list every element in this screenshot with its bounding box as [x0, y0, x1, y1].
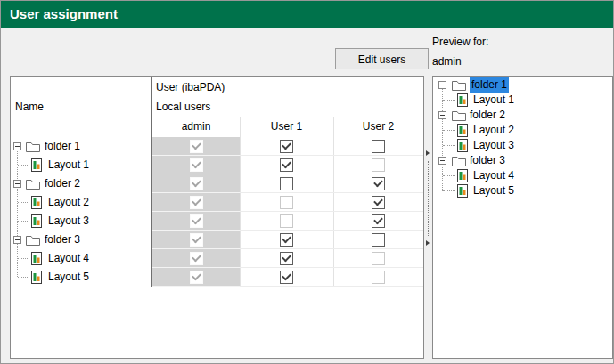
admin-checkbox	[190, 140, 203, 153]
panel-splitter[interactable]	[425, 76, 431, 359]
admin-checkbox	[190, 214, 203, 228]
table-row: Layout 4	[11, 249, 423, 268]
tree-item-label[interactable]: Layout 1	[48, 156, 89, 174]
user1-checkbox[interactable]	[280, 158, 293, 172]
tree-item-label[interactable]: folder 1	[470, 77, 509, 93]
layout-icon	[31, 158, 42, 172]
admin-cell	[152, 268, 240, 287]
user2-checkbox	[372, 158, 385, 172]
tree-item-label[interactable]: Layout 2	[473, 123, 514, 138]
tree-connector-line	[18, 277, 29, 278]
splitter-drag-handle[interactable]	[428, 161, 429, 236]
collapse-expander-icon[interactable]	[438, 157, 446, 165]
collapse-expander-icon[interactable]	[13, 180, 21, 188]
collapse-expander-icon[interactable]	[438, 81, 446, 89]
tree-connector-line	[18, 202, 29, 203]
tree-cell[interactable]: folder 1	[11, 137, 151, 156]
tree-row[interactable]: folder 3	[433, 153, 611, 168]
user2-cell[interactable]	[333, 193, 423, 212]
user1-cell	[240, 212, 333, 231]
tree-item-label[interactable]: Layout 1	[473, 93, 514, 108]
layout-icon	[31, 196, 42, 209]
tree-row[interactable]: folder 1	[433, 77, 611, 93]
tree-row[interactable]: Layout 5	[433, 183, 611, 198]
tree-item-label[interactable]: folder 2	[45, 174, 80, 193]
tree-cell[interactable]: Layout 2	[11, 193, 151, 212]
user2-cell[interactable]	[333, 137, 423, 156]
tree-row[interactable]: Layout 3	[433, 138, 611, 153]
tree-cell[interactable]: folder 3	[11, 231, 151, 249]
column-header-user2: User 2	[333, 119, 423, 133]
tree-item-label[interactable]: Layout 3	[473, 138, 514, 153]
user2-cell[interactable]	[333, 231, 423, 249]
tree-row[interactable]: Layout 1	[433, 93, 611, 108]
tree-item-label[interactable]: Layout 2	[48, 193, 89, 212]
user1-checkbox[interactable]	[280, 233, 293, 247]
tree-row[interactable]: Layout 4	[433, 168, 611, 183]
layout-icon	[457, 93, 468, 107]
user1-cell	[240, 193, 333, 212]
user2-checkbox[interactable]	[372, 177, 385, 190]
user1-checkbox[interactable]	[280, 271, 293, 284]
user1-cell[interactable]	[240, 174, 333, 193]
edit-users-button[interactable]: Edit users	[335, 48, 429, 69]
layout-icon	[457, 139, 468, 152]
tree-item-label[interactable]: Layout 4	[473, 168, 514, 183]
user2-cell[interactable]	[333, 174, 423, 193]
tree-cell[interactable]: Layout 3	[11, 212, 151, 231]
collapse-arrow-icon[interactable]	[426, 150, 430, 156]
column-header-user1: User 1	[240, 119, 333, 133]
folder-icon	[452, 109, 466, 121]
tree-item-label[interactable]: folder 3	[45, 231, 80, 249]
column-header-admin: admin	[152, 119, 240, 133]
user1-checkbox[interactable]	[280, 140, 293, 153]
user2-cell[interactable]	[333, 212, 423, 231]
grid-rows: folder 1 Layout 1	[11, 137, 423, 287]
tree-item-label[interactable]: folder 2	[470, 108, 505, 123]
tree-cell[interactable]: Layout 4	[11, 249, 151, 268]
collapse-arrow-icon[interactable]	[426, 240, 430, 246]
folder-icon	[26, 178, 40, 190]
collapse-expander-icon[interactable]	[438, 111, 446, 119]
folder-icon	[452, 155, 466, 166]
name-column-header: Name	[15, 101, 44, 113]
user2-checkbox[interactable]	[372, 196, 385, 209]
collapse-expander-icon[interactable]	[13, 142, 21, 150]
tree-connector-line	[18, 221, 29, 222]
admin-cell	[152, 193, 240, 212]
user2-checkbox[interactable]	[372, 214, 385, 228]
admin-cell	[152, 174, 240, 193]
subgroup-header: Local users	[156, 101, 210, 113]
tree-item-label[interactable]: Layout 5	[473, 183, 514, 198]
layout-icon	[457, 169, 468, 182]
user2-cell	[333, 249, 423, 268]
user1-checkbox[interactable]	[280, 252, 293, 265]
group-header: User (ibaPDA)	[156, 81, 225, 93]
tree-item-label[interactable]: folder 1	[45, 137, 80, 156]
tree-item-label[interactable]: Layout 4	[48, 249, 89, 268]
tree-item-label[interactable]: Layout 5	[48, 268, 89, 287]
user1-cell[interactable]	[240, 156, 333, 174]
page-title: User assignment	[10, 6, 118, 21]
tree-item-label[interactable]: folder 3	[470, 153, 505, 168]
tree-row[interactable]: Layout 2	[433, 123, 611, 138]
admin-cell	[152, 249, 240, 268]
table-row: Layout 5	[11, 268, 423, 287]
user1-cell[interactable]	[240, 231, 333, 249]
preview-for-label: Preview for:	[432, 36, 488, 48]
layout-icon	[31, 214, 42, 228]
user1-checkbox[interactable]	[280, 177, 293, 190]
user1-cell[interactable]	[240, 249, 333, 268]
tree-row[interactable]: folder 2	[433, 108, 611, 123]
layout-icon	[457, 124, 468, 137]
tree-cell[interactable]: folder 2	[11, 174, 151, 193]
user2-checkbox[interactable]	[372, 140, 385, 153]
user1-cell[interactable]	[240, 137, 333, 156]
tree-cell[interactable]: Layout 5	[11, 268, 151, 287]
user1-cell[interactable]	[240, 268, 333, 287]
tree-cell[interactable]: Layout 1	[11, 156, 151, 174]
user2-checkbox[interactable]	[372, 233, 385, 247]
tree-connector-line	[443, 190, 455, 191]
tree-item-label[interactable]: Layout 3	[48, 212, 89, 231]
collapse-expander-icon[interactable]	[13, 236, 21, 244]
